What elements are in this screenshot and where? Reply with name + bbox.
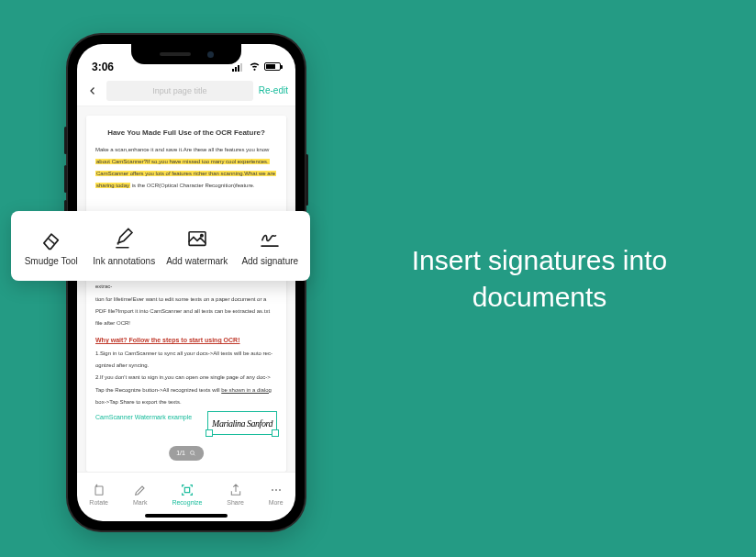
page-indicator[interactable]: 1/1 [169,446,204,461]
signature-text: Marialina Sanford [212,416,272,431]
doc-line: about CamScanner?If so,you have missed t… [95,157,277,166]
rotate-button[interactable]: Rotate [89,483,108,506]
eraser-icon [39,227,63,251]
share-button[interactable]: Share [227,483,244,506]
svg-point-4 [275,489,277,491]
doc-line: ognized after syncing. [95,361,277,370]
page-title-input[interactable]: Input page title [106,81,253,101]
svg-rect-1 [95,486,103,495]
back-button[interactable] [84,83,101,99]
signature-icon [258,227,282,251]
smudge-tool-button[interactable]: Smudge Tool [15,227,88,266]
home-indicator[interactable] [145,514,228,518]
more-button[interactable]: More [269,483,284,506]
document-viewport[interactable]: Have You Made Full Use of the OCR Featur… [77,106,295,472]
top-nav: Input page title Re-edit [77,75,295,106]
ink-annotations-button[interactable]: Ink annotations [88,227,161,266]
wifi-icon [249,60,261,73]
doc-line: Tap the Recognize button->All recognized… [95,385,277,395]
doc-line: box->Tap Share to export the texts. [95,397,277,407]
doc-line: file after OCR! [95,318,277,328]
doc-line: 2.If you don't want to sign in,you can o… [95,373,277,382]
recognize-button[interactable]: Recognize [172,483,202,506]
doc-line: PDF file?Import it into CamScanner and a… [95,306,277,316]
status-time: 3:06 [92,61,114,73]
mark-button[interactable]: Mark [133,483,148,506]
pen-icon [133,483,148,497]
svg-point-3 [272,489,273,491]
doc-line: Make a scan,enhance it and save it.Are t… [95,145,277,154]
reedit-button[interactable]: Re-edit [259,85,288,95]
scan-icon [180,483,195,497]
doc-line: tion for lifetime!Ever want to edit some… [95,295,277,304]
signal-icon [232,62,245,72]
svg-point-7 [200,234,202,236]
doc-line: 1.Sign in to CamScanner to sync all your… [95,349,277,358]
document-page: Have You Made Full Use of the OCR Featur… [86,116,286,472]
annotation-toolbar: Smudge Tool Ink annotations Add watermar… [11,211,310,281]
svg-rect-2 [184,487,189,492]
signature-object[interactable]: Marialina Sanford [207,411,277,435]
notch [131,44,241,64]
battery-icon [264,62,281,71]
phone-screen: 3:06 Input page title Re-edit Have You M… [77,44,295,521]
svg-point-0 [190,451,194,454]
title-placeholder: Input page title [152,86,206,95]
doc-line: sharing today is the OCR(Optical Charact… [95,181,277,190]
search-icon [189,450,196,457]
doc-line: CamScanner offers you lots of features r… [95,169,277,178]
pen-icon [112,227,136,251]
doc-section-highlight: Why wait? Follow the steps to start usin… [95,335,277,346]
svg-point-5 [279,489,281,491]
feature-tagline: Insert signatures into documents [374,241,705,316]
add-watermark-button[interactable]: Add watermark [161,227,234,266]
share-icon [228,483,243,497]
rotate-icon [92,483,106,497]
phone-frame: 3:06 Input page title Re-edit Have You M… [68,35,305,530]
more-icon [269,483,284,497]
image-icon [185,227,209,251]
doc-heading: Have You Made Full Use of the OCR Featur… [95,127,277,139]
add-signature-button[interactable]: Add signature [234,227,307,266]
